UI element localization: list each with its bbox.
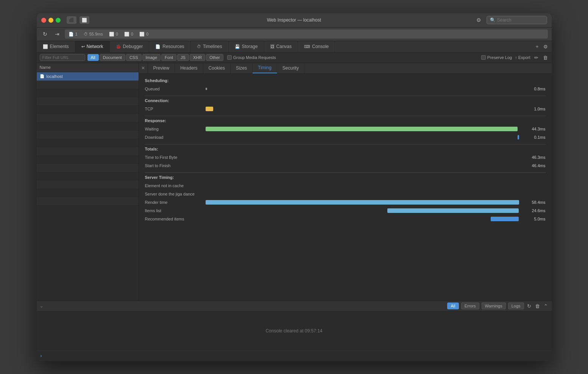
- ttfb-value: 46.3ms: [519, 155, 546, 160]
- filter-all-button[interactable]: All: [87, 54, 99, 61]
- resource-size: ⏱ 55.9ms: [84, 32, 103, 36]
- queued-bar-container: [206, 86, 519, 92]
- inspector-toggle-button[interactable]: ⬛: [67, 16, 76, 24]
- network-toolbar: All Document CSS Image Font JS XHR Other…: [37, 53, 552, 63]
- group-media-checkbox[interactable]: Group Media Requests: [227, 55, 276, 60]
- detail-tab-sizes[interactable]: Sizes: [231, 63, 253, 73]
- console-icon: ⌨: [304, 44, 310, 49]
- tab-elements[interactable]: ⬜ Elements: [37, 41, 75, 52]
- filter-css-button[interactable]: CSS: [126, 54, 142, 61]
- preserve-log-check[interactable]: [481, 55, 486, 60]
- settings-tab-icon[interactable]: ⚙: [543, 44, 549, 50]
- tab-timelines[interactable]: ⏱ Timelines: [191, 41, 229, 52]
- add-tab-button[interactable]: ＋: [534, 43, 540, 50]
- console-collapse-icon[interactable]: ⌃: [543, 303, 549, 309]
- reload-button[interactable]: ↻: [41, 29, 50, 39]
- search-bar[interactable]: 🔍: [487, 16, 547, 24]
- filter-image-button[interactable]: Image: [142, 54, 161, 61]
- tab-debugger[interactable]: 🐞 Debugger: [110, 41, 150, 52]
- group-media-check[interactable]: [227, 55, 232, 60]
- network-row-empty-14: [37, 189, 139, 197]
- console-prompt-input[interactable]: [44, 353, 548, 358]
- detail-tab-cookies[interactable]: Cookies: [203, 63, 231, 73]
- timing-waiting-row: Waiting 44.3ms: [145, 125, 546, 133]
- export-button[interactable]: ↑ Export: [515, 55, 530, 60]
- detail-tab-preview[interactable]: Preview: [148, 63, 175, 73]
- filter-js-button[interactable]: JS: [177, 54, 189, 61]
- title-bar-left: ⬛ ⬜: [67, 16, 89, 24]
- console-expand-icon[interactable]: ⌄: [40, 304, 43, 309]
- network-row-empty-10: [37, 155, 139, 164]
- tab-network[interactable]: ↩ Network: [75, 41, 110, 52]
- filter-xhr-button[interactable]: XHR: [190, 54, 205, 61]
- waiting-bar: [206, 127, 518, 131]
- resources-icon: 📄: [155, 44, 161, 49]
- filter-buttons: All Document CSS Image Font JS XHR Other: [87, 54, 223, 61]
- filter-document-button[interactable]: Document: [100, 54, 125, 61]
- title-bar-right: ⚙ 🔍: [474, 16, 547, 25]
- tcp-bar: [206, 107, 213, 111]
- preserve-log-checkbox[interactable]: Preserve Log: [481, 55, 512, 60]
- console-filter-logs[interactable]: Logs: [508, 303, 524, 309]
- timing-panel: Scheduling: Queued 0.8ms Connection: TCP: [139, 74, 552, 301]
- server-timing-title: Server Timing:: [145, 175, 546, 180]
- detail-close-button[interactable]: ✕: [139, 63, 148, 73]
- tab-bar-right: ＋ ⚙: [531, 41, 552, 52]
- minimize-button[interactable]: [48, 18, 53, 23]
- debugger-icon: 🐞: [116, 44, 121, 49]
- queued-label: Queued: [145, 87, 206, 91]
- element-cache-label: Element not in cache: [145, 183, 206, 188]
- toolbar-row: ↻ ⇥ 📄 1 ⏱ 55.9ms ⬜ 0 ⬜ 0 ⬜ 0: [37, 28, 552, 41]
- title-bar: ⬛ ⬜ Web Inspector — localhost ⚙ 🔍: [37, 13, 552, 28]
- back-forward-button[interactable]: ⇥: [53, 29, 62, 39]
- console-filter-warnings[interactable]: Warnings: [482, 303, 506, 309]
- console-area: ⌄ All Errors Warnings Logs ↻ 🗑 ⌃ Console…: [37, 301, 552, 361]
- network-row-empty-8: [37, 139, 139, 147]
- console-clear-icon[interactable]: 🗑: [534, 303, 541, 309]
- render-time-label: Render time: [145, 200, 206, 205]
- tab-resources[interactable]: 📄 Resources: [149, 41, 190, 52]
- settings-icon[interactable]: ⚙: [474, 16, 484, 25]
- jiga-dance-label: Server done the jiga dance: [145, 192, 206, 196]
- edit-columns-icon[interactable]: ✏: [533, 55, 539, 61]
- maximize-button[interactable]: [56, 18, 61, 23]
- filter-other-button[interactable]: Other: [206, 54, 223, 61]
- download-value: 0.1ms: [519, 135, 546, 140]
- search-input[interactable]: [497, 17, 544, 23]
- document-row-icon: 📄: [40, 74, 44, 78]
- filter-font-button[interactable]: Font: [161, 54, 176, 61]
- tab-console[interactable]: ⌨ Console: [298, 41, 335, 52]
- console-filter-errors[interactable]: Errors: [461, 303, 479, 309]
- render-time-bar-container: [206, 200, 519, 205]
- close-button[interactable]: [41, 18, 46, 23]
- divider-3: [145, 144, 546, 144]
- console-filter-all[interactable]: All: [447, 303, 459, 309]
- resource-errors: ⬜ 0: [109, 32, 118, 37]
- s2f-label: Start to Finish: [145, 163, 206, 168]
- console-prompt[interactable]: ›: [37, 351, 552, 361]
- traffic-lights: [41, 18, 61, 23]
- network-row-empty-13: [37, 180, 139, 189]
- detail-tab-timing[interactable]: Timing: [253, 63, 277, 73]
- detail-tab-security[interactable]: Security: [277, 63, 304, 73]
- timing-section-response: Response: Waiting 44.3ms Download 0.1: [145, 118, 546, 141]
- dock-button[interactable]: ⬜: [80, 16, 89, 24]
- items-list-value: 24.6ms: [519, 208, 546, 213]
- tab-storage[interactable]: 💾 Storage: [229, 41, 264, 52]
- element-cache-bar-container: [206, 183, 519, 188]
- timing-ttfb-row: Time to First Byte 46.3ms: [145, 154, 546, 161]
- clear-network-icon[interactable]: 🗑: [542, 55, 549, 61]
- detail-tab-headers[interactable]: Headers: [175, 63, 203, 73]
- tab-canvas[interactable]: 🖼 Canvas: [264, 41, 298, 52]
- render-time-bar: [206, 200, 519, 205]
- timing-queued-row: Queued 0.8ms: [145, 85, 546, 93]
- timing-section-connection: Connection: TCP 1.0ms: [145, 98, 546, 113]
- console-content: Console cleared at 09:57:14: [37, 312, 552, 351]
- network-row-localhost[interactable]: 📄 localhost: [37, 72, 139, 81]
- timing-section-totals: Totals: Time to First Byte 46.3ms Start …: [145, 147, 546, 169]
- filter-url-input[interactable]: [40, 54, 85, 61]
- resource-info: ⬜ 0: [139, 32, 148, 37]
- network-row-empty-11: [37, 164, 139, 172]
- console-reload-icon[interactable]: ↻: [526, 303, 532, 309]
- tcp-bar-container: [206, 106, 519, 112]
